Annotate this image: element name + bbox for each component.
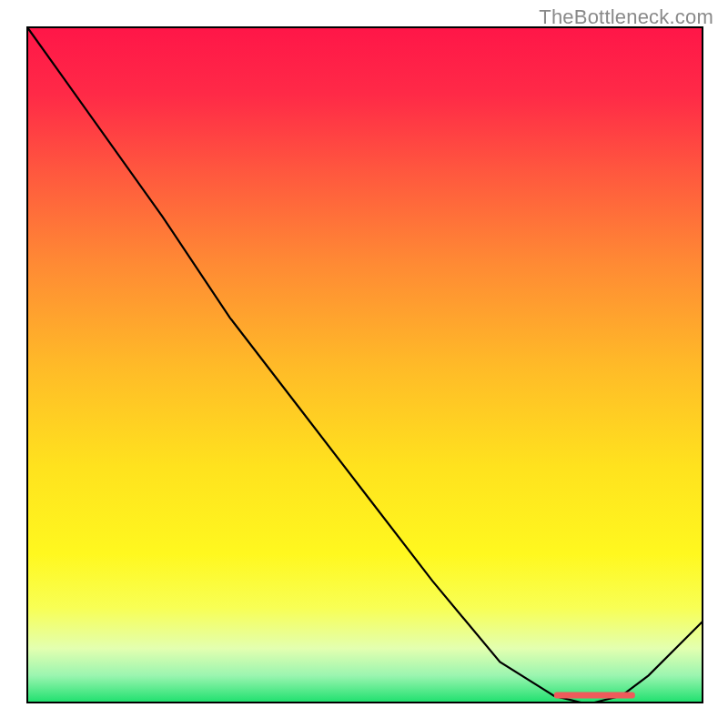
chart-container: TheBottleneck.com	[0, 0, 728, 728]
optimum-marker	[554, 693, 635, 699]
plot-background	[27, 27, 703, 703]
watermark-text: TheBottleneck.com	[539, 5, 713, 29]
chart-plot	[0, 0, 728, 728]
